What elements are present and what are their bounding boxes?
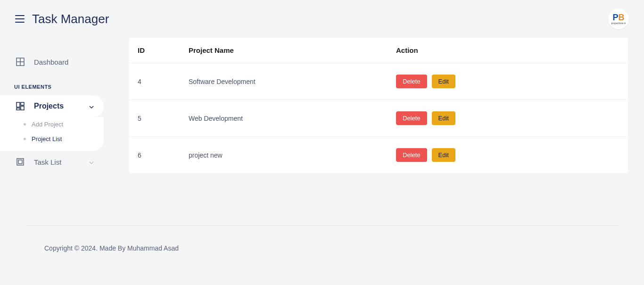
svg-rect-7 [17, 159, 24, 165]
delete-button[interactable]: Delete [396, 111, 427, 125]
task-list-icon [16, 158, 25, 166]
sidebar-item-dashboard[interactable]: Dashboard [0, 52, 104, 72]
edit-button[interactable]: Edit [432, 148, 455, 162]
svg-rect-8 [18, 160, 22, 164]
cell-id: 4 [129, 63, 181, 100]
svg-rect-6 [17, 108, 20, 110]
logo[interactable]: PB projectbca.in [608, 8, 629, 29]
edit-button[interactable]: Edit [432, 75, 455, 88]
table-header-action: Action [388, 38, 628, 63]
sidebar-subitem-project-list[interactable]: Project List [0, 132, 104, 146]
chevron-down-icon [89, 103, 94, 109]
edit-button[interactable]: Edit [432, 111, 455, 125]
delete-button[interactable]: Delete [396, 75, 427, 88]
hamburger-icon[interactable] [15, 15, 25, 23]
header: Task Manager PB projectbca.in [0, 0, 644, 38]
table-header-row: ID Project Name Action [129, 38, 628, 63]
app-title: Task Manager [32, 12, 109, 26]
cell-action: DeleteEdit [388, 100, 628, 137]
project-table: ID Project Name Action 4Software Develop… [129, 38, 628, 173]
main-content: ID Project Name Action 4Software Develop… [104, 38, 644, 192]
sidebar-subitem-label: Add Project [32, 121, 63, 128]
table-row: 4Software DevelopmentDeleteEdit [129, 63, 628, 100]
svg-rect-4 [21, 102, 24, 105]
sidebar: Dashboard UI ELEMENTS Projects Add Proje… [0, 38, 104, 192]
header-left: Task Manager [15, 12, 109, 26]
cell-action: DeleteEdit [388, 137, 628, 174]
sidebar-item-label: Task List [34, 158, 61, 166]
bullet-icon [24, 138, 26, 140]
cell-name: Web Development [181, 100, 388, 137]
cell-action: DeleteEdit [388, 63, 628, 100]
cell-name: Software Development [181, 63, 388, 100]
table-header-id: ID [129, 38, 181, 63]
projects-icon [16, 102, 25, 110]
sidebar-item-label: Dashboard [34, 58, 68, 66]
bullet-icon [24, 123, 26, 126]
sidebar-item-projects[interactable]: Projects [0, 95, 104, 117]
sidebar-subitem-label: Project List [32, 135, 62, 142]
layout: Dashboard UI ELEMENTS Projects Add Proje… [0, 38, 644, 192]
delete-button[interactable]: Delete [396, 148, 427, 162]
footer: Copyright © 2024. Made By Muhammad Asad [25, 225, 619, 252]
cell-id: 6 [129, 137, 181, 174]
footer-text: Copyright © 2024. Made By Muhammad Asad [44, 244, 179, 252]
table-row: 6project newDeleteEdit [129, 137, 628, 174]
svg-rect-5 [21, 106, 24, 110]
grid-icon [16, 58, 25, 66]
cell-id: 5 [129, 100, 181, 137]
sidebar-submenu-projects: Add Project Project List [0, 117, 104, 151]
sidebar-item-label: Projects [34, 102, 64, 110]
svg-rect-3 [17, 102, 20, 107]
sidebar-section-label: UI ELEMENTS [0, 72, 104, 95]
table-row: 5Web DevelopmentDeleteEdit [129, 100, 628, 137]
project-table-card: ID Project Name Action 4Software Develop… [129, 38, 628, 173]
chevron-down-icon [89, 159, 94, 165]
logo-subtext: projectbca.in [611, 22, 626, 25]
table-header-name: Project Name [181, 38, 388, 63]
sidebar-item-task-list[interactable]: Task List [0, 151, 104, 173]
cell-name: project new [181, 137, 388, 174]
sidebar-subitem-add-project[interactable]: Add Project [0, 117, 104, 132]
logo-text: PB [612, 13, 624, 22]
